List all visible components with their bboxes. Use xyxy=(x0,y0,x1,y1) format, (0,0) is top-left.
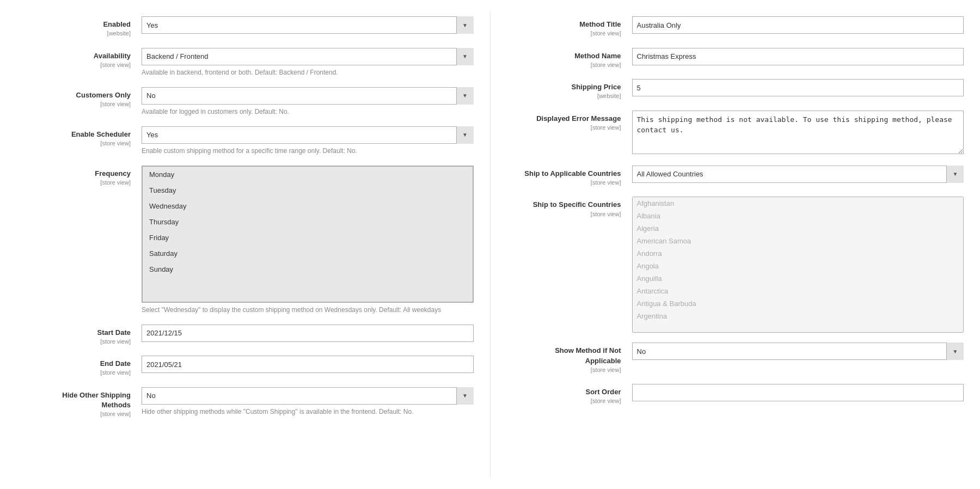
hide-other-select-wrapper: No Yes xyxy=(142,387,474,405)
sort-order-label: Sort Order [store view] xyxy=(523,384,632,406)
end-date-field: End Date [store view] xyxy=(33,356,474,377)
end-date-control xyxy=(142,356,474,373)
availability-label: Availability [store view] xyxy=(33,48,142,70)
start-date-control xyxy=(142,325,474,342)
enabled-control: Yes No xyxy=(142,16,474,34)
frequency-list-container[interactable]: Monday Tuesday Wednesday Thursday Friday… xyxy=(142,166,474,303)
method-name-input[interactable] xyxy=(632,48,964,65)
ship-applicable-select[interactable]: All Allowed Countries Specific Countries xyxy=(632,166,964,183)
enable-scheduler-control: Yes No Enable custom shipping method for… xyxy=(142,126,474,156)
availability-control: Backend / Frontend Backend Only Frontend… xyxy=(142,48,474,77)
availability-note: Available in backend, frontend or both. … xyxy=(142,68,474,77)
sort-order-field: Sort Order [store view] xyxy=(523,384,964,406)
ship-applicable-label: Ship to Applicable Countries [store view… xyxy=(523,166,632,187)
error-message-field: Displayed Error Message [store view] Thi… xyxy=(523,111,964,156)
frequency-control: Monday Tuesday Wednesday Thursday Friday… xyxy=(142,166,474,315)
enable-scheduler-note: Enable custom shipping method for a spec… xyxy=(142,146,474,156)
error-message-textarea[interactable]: This shipping method is not available. T… xyxy=(632,111,964,154)
ship-specific-control: Afghanistan Albania Algeria American Sam… xyxy=(632,197,964,333)
enabled-select-wrapper: Yes No xyxy=(142,16,474,34)
enable-scheduler-field: Enable Scheduler [store view] Yes No Ena… xyxy=(33,126,474,156)
enabled-label: Enabled [website] xyxy=(33,16,142,38)
customers-only-control: No Yes Available for logged in customers… xyxy=(142,87,474,117)
enabled-field: Enabled [website] Yes No xyxy=(33,16,474,38)
ship-specific-label: Ship to Specific Countries [store view] xyxy=(523,197,632,218)
sort-order-input[interactable] xyxy=(632,384,964,401)
sort-order-control xyxy=(632,384,964,401)
right-column: Method Title [store view] Method Name [s… xyxy=(490,11,981,478)
method-title-field: Method Title [store view] xyxy=(523,16,964,38)
ship-applicable-field: Ship to Applicable Countries [store view… xyxy=(523,166,964,187)
customers-only-select[interactable]: No Yes xyxy=(142,87,474,105)
customers-only-select-wrapper: No Yes xyxy=(142,87,474,105)
show-if-not-applicable-select[interactable]: No Yes xyxy=(632,343,964,360)
hide-other-select[interactable]: No Yes xyxy=(142,387,474,405)
method-name-label: Method Name [store view] xyxy=(523,48,632,70)
customers-only-note: Available for logged in customers only. … xyxy=(142,107,474,117)
customers-only-field: Customers Only [store view] No Yes Avail… xyxy=(33,87,474,117)
hide-other-control: No Yes Hide other shipping methods while… xyxy=(142,387,474,417)
ship-specific-field: Ship to Specific Countries [store view] … xyxy=(523,197,964,333)
availability-field: Availability [store view] Backend / Fron… xyxy=(33,48,474,77)
frequency-note: Select "Wednesday" to display the custom… xyxy=(142,305,474,315)
show-if-not-applicable-control: No Yes xyxy=(632,343,964,360)
frequency-field: Frequency [store view] Monday Tuesday We… xyxy=(33,166,474,315)
availability-select[interactable]: Backend / Frontend Backend Only Frontend… xyxy=(142,48,474,65)
enabled-select[interactable]: Yes No xyxy=(142,16,474,34)
error-message-control: This shipping method is not available. T… xyxy=(632,111,964,156)
list-item[interactable]: Friday xyxy=(143,230,473,246)
frequency-label: Frequency [store view] xyxy=(33,166,142,187)
availability-select-wrapper: Backend / Frontend Backend Only Frontend… xyxy=(142,48,474,65)
list-item[interactable]: Wednesday xyxy=(143,198,473,214)
show-if-not-applicable-label: Show Method if Not Applicable [store vie… xyxy=(523,343,632,374)
hide-other-label: Hide Other Shipping Methods [store view] xyxy=(33,387,142,419)
hide-other-note: Hide other shipping methods while "Custo… xyxy=(142,407,474,417)
shipping-price-field: Shipping Price [website] xyxy=(523,79,964,101)
frequency-list: Monday Tuesday Wednesday Thursday Friday… xyxy=(142,166,473,302)
left-column: Enabled [website] Yes No Availability [s… xyxy=(0,11,490,478)
show-if-not-applicable-select-wrapper: No Yes xyxy=(632,343,964,360)
list-item[interactable]: Sunday xyxy=(143,261,473,277)
show-if-not-applicable-field: Show Method if Not Applicable [store vie… xyxy=(523,343,964,374)
method-name-field: Method Name [store view] xyxy=(523,48,964,70)
enable-scheduler-select[interactable]: Yes No xyxy=(142,126,474,144)
method-name-control xyxy=(632,48,964,65)
ship-specific-multiselect[interactable]: Afghanistan Albania Algeria American Sam… xyxy=(632,197,964,333)
method-title-label: Method Title [store view] xyxy=(523,16,632,38)
shipping-price-input[interactable] xyxy=(632,79,964,96)
list-item[interactable]: Thursday xyxy=(143,214,473,230)
end-date-input[interactable] xyxy=(142,356,474,373)
ship-applicable-control: All Allowed Countries Specific Countries xyxy=(632,166,964,183)
method-title-control xyxy=(632,16,964,34)
shipping-price-label: Shipping Price [website] xyxy=(523,79,632,101)
start-date-input[interactable] xyxy=(142,325,474,342)
list-item[interactable]: Tuesday xyxy=(143,182,473,198)
end-date-label: End Date [store view] xyxy=(33,356,142,377)
frequency-scroll-area: Monday Tuesday Wednesday Thursday Friday… xyxy=(142,166,473,302)
error-message-label: Displayed Error Message [store view] xyxy=(523,111,632,132)
ship-applicable-select-wrapper: All Allowed Countries Specific Countries xyxy=(632,166,964,183)
shipping-price-control xyxy=(632,79,964,96)
method-title-input[interactable] xyxy=(632,16,964,34)
enable-scheduler-select-wrapper: Yes No xyxy=(142,126,474,144)
list-item[interactable]: Saturday xyxy=(143,246,473,261)
start-date-field: Start Date [store view] xyxy=(33,325,474,346)
enable-scheduler-label: Enable Scheduler [store view] xyxy=(33,126,142,148)
start-date-label: Start Date [store view] xyxy=(33,325,142,346)
customers-only-label: Customers Only [store view] xyxy=(33,87,142,109)
hide-other-field: Hide Other Shipping Methods [store view]… xyxy=(33,387,474,419)
list-item[interactable]: Monday xyxy=(143,167,473,182)
